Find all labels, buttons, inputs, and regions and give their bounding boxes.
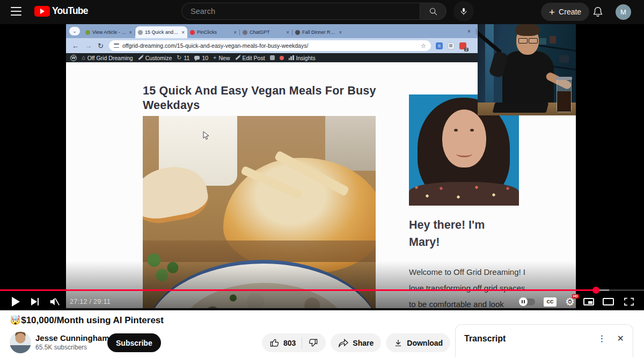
wp-customize-label: Customize	[145, 55, 172, 61]
sidebar-heading-line1: Hey there! I'm	[409, 216, 485, 234]
wp-edit-post-link[interactable]: Edit Post	[235, 55, 265, 61]
theater-mode-button[interactable]	[603, 298, 614, 305]
tab-favicon	[190, 30, 195, 35]
transcript-panel: Transcript ⋮ ✕	[455, 324, 633, 357]
browser-tab-pinclicks[interactable]: PinClicks ×	[187, 26, 239, 38]
next-button[interactable]	[27, 294, 43, 310]
progress-bar[interactable]	[0, 289, 644, 291]
download-button[interactable]: Download	[386, 333, 450, 352]
settings-button[interactable]: ⚙ HD	[565, 296, 575, 307]
home-icon: ⌂	[82, 55, 85, 61]
account-avatar[interactable]: M	[616, 4, 631, 20]
wp-updates-link[interactable]: ↻ 11	[177, 55, 189, 61]
thumbs-down-icon	[308, 338, 318, 348]
player-controls: 27:12 / 29:11 CC ⚙ HD	[0, 293, 644, 310]
youtube-logo[interactable]: YouTube	[34, 5, 88, 17]
webcam-overlay	[478, 24, 576, 115]
transcript-title: Transcript	[464, 334, 506, 344]
search-input[interactable]	[191, 7, 405, 16]
youtube-watch-page: YouTube + Create M ⌄	[0, 0, 644, 357]
miniplayer-button[interactable]	[583, 298, 594, 305]
wp-comments-link[interactable]: 10	[194, 55, 208, 61]
presenter-hair-shape	[515, 24, 540, 36]
play-button[interactable]	[8, 294, 24, 310]
wp-new-link[interactable]: + New	[213, 55, 230, 61]
extension-icon-gray[interactable]	[448, 42, 455, 49]
plus-icon: +	[549, 7, 555, 17]
kebab-menu-icon[interactable]: ⋮	[598, 333, 617, 344]
share-label: Share	[353, 339, 374, 347]
url-text: offgrid-dreaming.com/15-quick-and-easy-v…	[122, 42, 418, 49]
create-button[interactable]: + Create	[541, 3, 589, 21]
site-settings-icon[interactable]	[114, 43, 119, 48]
fullscreen-icon	[624, 297, 634, 306]
fullscreen-button[interactable]	[623, 294, 635, 310]
search-icon	[429, 7, 438, 16]
wp-edit-label: Edit Post	[243, 55, 265, 61]
shelf-item-shape	[550, 36, 556, 43]
back-icon[interactable]: ←	[72, 42, 79, 50]
bookmark-star-icon[interactable]: ☆	[421, 42, 426, 49]
notifications-button[interactable]	[592, 5, 604, 18]
browser-tab-partial[interactable]: ×	[467, 26, 477, 36]
wp-logo-button[interactable]: W	[70, 55, 77, 61]
youtube-logo-text: YouTube	[52, 5, 88, 17]
autoplay-toggle[interactable]	[519, 298, 535, 305]
browser-tab-vegan-meals-active[interactable]: 15 Quick and Easy Vegan Meal ×	[135, 26, 187, 38]
tab-favicon	[85, 30, 90, 35]
pencil-icon	[235, 55, 240, 60]
browser-tab-content-goblin[interactable]: View Article - Content Goblin ×	[83, 26, 135, 38]
pencil-icon	[138, 55, 143, 60]
author-eye-shape	[470, 129, 474, 132]
tab-label: Fall Dinner Roundup	[302, 30, 336, 35]
voice-search-button[interactable]	[453, 1, 474, 21]
share-button[interactable]: Share	[331, 333, 381, 352]
tab-search-chevron-icon[interactable]: ⌄	[69, 27, 80, 35]
time-display: 27:12 / 29:11	[70, 298, 111, 305]
extension-icon-red[interactable]: 2	[459, 42, 466, 49]
browser-tab-fall-dinner[interactable]: Fall Dinner Roundup ×	[292, 26, 345, 38]
wp-insights-link[interactable]: Insights	[289, 55, 316, 61]
plus-icon: +	[213, 55, 216, 61]
sidebar-paragraph-line1: Welcome to Off Grid Dreaming! I	[409, 264, 525, 280]
tab-close-icon[interactable]: ×	[129, 30, 132, 35]
video-info-section: 🤯$10,000/Month using AI Pinterest Jesse …	[0, 310, 644, 357]
close-icon[interactable]: ✕	[617, 333, 624, 344]
wp-plugin-button[interactable]	[270, 55, 275, 60]
search-button[interactable]	[420, 3, 447, 20]
like-dislike-pill: 803	[262, 333, 326, 352]
volume-button[interactable]	[46, 294, 62, 310]
captions-button[interactable]: CC	[544, 297, 557, 307]
wp-new-label: New	[219, 55, 230, 61]
tab-favicon	[138, 30, 143, 35]
hd-badge: HD	[572, 294, 579, 298]
video-player[interactable]: ⌄ View Article - Content Goblin × 15 Qui…	[0, 24, 644, 310]
search-box[interactable]	[181, 3, 420, 20]
subscribe-button[interactable]: Subscribe	[107, 333, 161, 352]
menu-icon[interactable]	[11, 7, 21, 16]
author-eye-shape	[454, 129, 458, 132]
tab-close-icon[interactable]: ×	[233, 30, 237, 35]
wp-updates-count: 11	[184, 55, 189, 61]
extension-icon-blue[interactable]: S	[436, 42, 443, 49]
wp-site-name: Off Grid Dreaming	[87, 55, 133, 61]
tab-close-icon[interactable]: ×	[286, 30, 289, 35]
channel-name[interactable]: Jesse Cunningham	[35, 333, 109, 343]
tab-close-icon[interactable]: ×	[181, 30, 185, 35]
tab-close-icon[interactable]: ×	[339, 30, 342, 35]
browser-tab-chatgpt[interactable]: ChatGPT ×	[240, 26, 292, 38]
tab-close-icon[interactable]: ×	[467, 28, 471, 34]
reload-icon[interactable]: ↻	[98, 42, 104, 50]
forward-icon[interactable]: →	[85, 42, 92, 50]
drink-jar-shape	[557, 78, 572, 112]
dislike-button[interactable]	[308, 338, 318, 348]
author-smile-shape	[456, 150, 472, 157]
address-bar[interactable]: offgrid-dreaming.com/15-quick-and-easy-v…	[109, 40, 431, 51]
channel-avatar[interactable]	[10, 332, 31, 353]
presenter-glasses-shape	[518, 38, 538, 43]
article-hero-image	[143, 116, 376, 310]
pill-divider	[302, 337, 302, 349]
like-button[interactable]: 803	[269, 338, 296, 348]
wp-site-link[interactable]: ⌂ Off Grid Dreaming	[82, 55, 133, 61]
wp-customize-link[interactable]: Customize	[138, 55, 172, 61]
